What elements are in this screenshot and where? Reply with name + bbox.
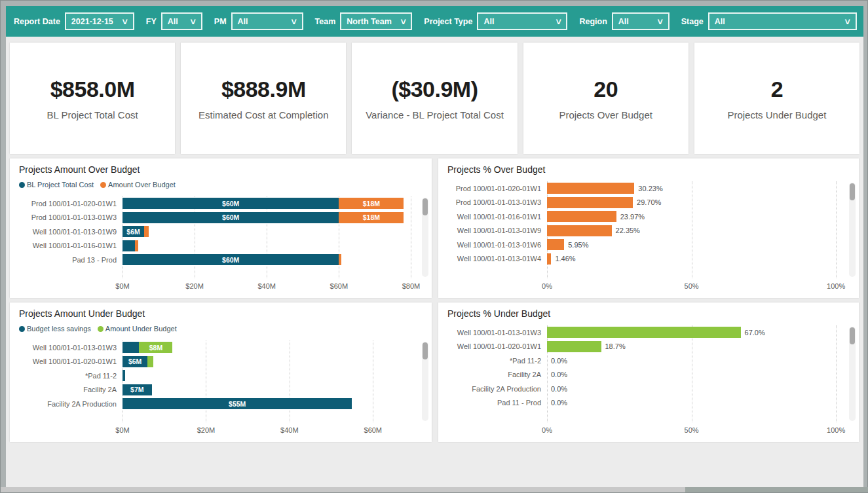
dropdown-value: All <box>715 17 725 26</box>
chart-row: Facility 2A Production$55M <box>10 397 415 411</box>
plot-area: Well 100/01-01-013-01W3$8MWell 100/01-01… <box>10 340 432 439</box>
kpi-row: $858.0M BL Project Total Cost $888.9M Es… <box>10 43 859 154</box>
category-label: Well 100/01-01-013-01W4 <box>438 255 547 263</box>
bar-track: $6M <box>123 226 415 237</box>
bar-segment[interactable] <box>547 225 612 236</box>
scrollbar-thumb[interactable] <box>1 487 685 492</box>
chevron-down-icon: ∨ <box>400 16 407 26</box>
vertical-scrollbar[interactable] <box>422 198 428 277</box>
horizontal-scrollbar[interactable] <box>1 487 868 492</box>
bar-segment[interactable]: $6M <box>123 226 144 237</box>
chart-row: Well 100/01-01-020-01W118.7% <box>438 340 842 354</box>
bar-segment[interactable] <box>547 327 741 338</box>
team-dropdown[interactable]: North Team ∨ <box>340 12 412 30</box>
chart-row: Well 100/01-01-013-01W367.0% <box>438 325 842 340</box>
kpi-card-estimated-cost-at-completion: $888.9M Estimated Cost at Completion <box>181 43 346 154</box>
chart-row: Pad 11 - Prod0.0% <box>438 396 842 411</box>
category-label: Pad 13 - Prod <box>10 256 123 264</box>
bar-segment[interactable] <box>547 239 564 250</box>
bar-segment[interactable]: $6M <box>123 356 147 367</box>
chart-row: Prod 100/01-01-020-01W1$60M$18M <box>10 196 415 211</box>
project-type-dropdown[interactable]: All ∨ <box>477 12 567 30</box>
bar-segment[interactable] <box>547 253 551 265</box>
category-label: Well 100/01-01-016-01W1 <box>438 213 547 221</box>
chart-row: *Pad 11-20.0% <box>438 354 842 368</box>
chart-title: Projects Amount Over Budget <box>19 164 432 175</box>
kpi-label: Estimated Cost at Completion <box>193 109 334 122</box>
scrollbar-thumb[interactable] <box>423 342 428 359</box>
legend-item[interactable]: Budget less savings <box>19 325 91 333</box>
stage-dropdown[interactable]: All ∨ <box>708 12 857 30</box>
bar-data-label: $60M <box>222 200 239 208</box>
legend-item[interactable]: BL Project Total Cost <box>19 181 94 189</box>
pm-dropdown[interactable]: All ∨ <box>231 12 303 30</box>
value-label: 0.0% <box>551 399 567 407</box>
axis-tick-label: $40M <box>280 426 299 434</box>
value-label: 0.0% <box>551 385 567 393</box>
chart-row: *Pad 11-2 <box>10 369 415 383</box>
bar-segment[interactable]: $60M <box>123 254 339 265</box>
dropdown-value: All <box>618 17 629 26</box>
axis-tick-label: 0% <box>542 426 552 434</box>
bar-segment[interactable]: $8M <box>139 342 172 353</box>
bar-segment[interactable] <box>339 254 341 265</box>
dropdown-value: All <box>483 17 494 26</box>
bar-track: $8M <box>123 342 415 353</box>
scrollbar-thumb[interactable] <box>423 198 428 215</box>
bar-segment[interactable]: $55M <box>123 398 352 409</box>
bar-track: 0.0% <box>547 383 842 394</box>
axis-tick-label: $0M <box>115 426 129 434</box>
bar-track: 30.23% <box>547 183 842 194</box>
bar-segment[interactable] <box>547 183 634 194</box>
chevron-down-icon: ∨ <box>189 16 197 26</box>
bar-segment[interactable] <box>547 211 616 222</box>
bar-segment[interactable] <box>123 370 125 381</box>
bar-rows: Well 100/01-01-013-01W3$8MWell 100/01-01… <box>10 340 415 411</box>
chart-legend: Budget less savings Amount Under Budget <box>19 323 432 334</box>
bar-segment[interactable] <box>547 341 601 352</box>
vertical-scrollbar[interactable] <box>849 183 856 277</box>
scrollbar-thumb[interactable] <box>850 327 855 344</box>
report-canvas: Report Date 2021-12-15 ∨ FY All ∨ PM All… <box>6 6 863 488</box>
fy-dropdown[interactable]: All ∨ <box>161 12 202 30</box>
bar-segment[interactable] <box>144 226 149 237</box>
bar-segment[interactable] <box>147 356 153 367</box>
chart-title: Projects % Under Budget <box>447 308 859 319</box>
bar-segment[interactable] <box>135 240 138 251</box>
bar-segment[interactable]: $18M <box>339 212 404 223</box>
bar-track: 29.70% <box>547 197 842 208</box>
filter-label: Stage <box>681 17 704 26</box>
legend-item[interactable]: Amount Under Budget <box>98 325 177 333</box>
chart-row: Well 100/01-01-013-01W65.95% <box>438 238 842 252</box>
chart-title: Projects Amount Under Budget <box>19 308 432 319</box>
region-dropdown[interactable]: All ∨ <box>612 12 670 30</box>
bar-segment[interactable]: $60M <box>123 198 339 209</box>
scrollbar-thumb[interactable] <box>850 183 855 200</box>
axis-tick-label: $60M <box>330 282 349 290</box>
vertical-scrollbar[interactable] <box>849 327 856 421</box>
bar-segment[interactable] <box>547 197 633 208</box>
bar-segment[interactable] <box>123 240 135 251</box>
kpi-label: Projects Over Budget <box>535 109 676 122</box>
category-label: Well 100/01-01-013-01W9 <box>438 227 547 234</box>
legend-item[interactable]: Amount Over Budget <box>100 181 176 189</box>
category-label: Well 100/01-01-013-01W9 <box>10 228 123 236</box>
bar-segment[interactable]: $7M <box>123 384 152 395</box>
filter-pm: PM All ∨ <box>214 12 303 30</box>
legend-dot <box>19 182 25 188</box>
legend-label: Amount Over Budget <box>108 181 176 189</box>
bar-data-label: $6M <box>126 228 140 236</box>
bar-segment[interactable] <box>123 342 139 353</box>
chart-row: Well 100/01-01-016-01W1 <box>10 239 415 253</box>
bar-segment[interactable]: $18M <box>339 198 404 209</box>
legend-label: Amount Under Budget <box>105 325 177 333</box>
charts-grid: Projects Amount Over Budget BL Project T… <box>10 158 859 442</box>
chevron-down-icon: ∨ <box>121 16 129 26</box>
dropdown-value: All <box>168 17 178 26</box>
vertical-scrollbar[interactable] <box>422 342 428 421</box>
dropdown-value: North Team <box>347 17 392 26</box>
bar-segment[interactable]: $60M <box>123 212 339 223</box>
bar-track: $60M$18M <box>123 198 415 209</box>
category-label: *Pad 11-2 <box>438 357 547 365</box>
report-date-dropdown[interactable]: 2021-12-15 ∨ <box>65 12 134 30</box>
